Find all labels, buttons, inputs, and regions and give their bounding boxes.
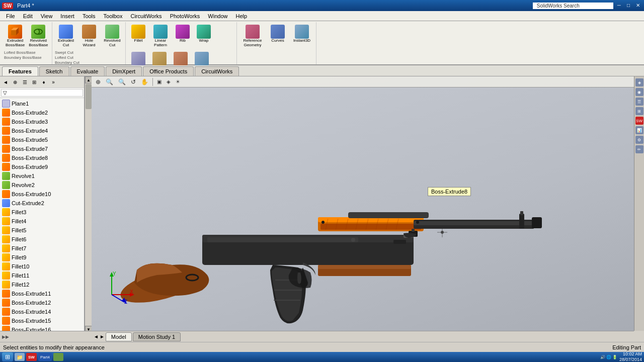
- tree-item-fillet6[interactable]: Fillet6: [0, 235, 84, 244]
- tree-item-fillet11[interactable]: Fillet11: [0, 271, 84, 280]
- tab-dimxpert[interactable]: DimXpert: [106, 66, 142, 76]
- taskbar-solidworks[interactable]: SW: [26, 353, 37, 361]
- tree-item-boss-extrude12[interactable]: Boss-Extrude12: [0, 298, 84, 307]
- boundary-cut-label[interactable]: Boundary Cut: [55, 60, 79, 65]
- gun-barrel: [414, 211, 542, 229]
- tree-item-fillet9[interactable]: Fillet9: [0, 253, 84, 262]
- tree-tool-6[interactable]: »: [49, 77, 58, 86]
- tab-scroll-right[interactable]: ►: [100, 334, 105, 339]
- tab-motion-study[interactable]: Motion Study 1: [133, 332, 181, 341]
- taskbar-explorer[interactable]: 📁: [15, 353, 25, 361]
- tab-sketch[interactable]: Sketch: [39, 66, 69, 76]
- extruded-boss-base-btn[interactable]: ExtrudedBoss/Base: [4, 23, 26, 49]
- lighting-btn[interactable]: ☀: [174, 78, 182, 85]
- tree-item-boss-extrude5[interactable]: Boss-Extrude5: [0, 135, 84, 144]
- rp-btn-4[interactable]: ⊞: [635, 107, 643, 115]
- view-btn[interactable]: ▣: [155, 78, 164, 85]
- tree-item-fillet10[interactable]: Fillet10: [0, 262, 84, 271]
- boundary-boss-base-label[interactable]: Boundary Boss/Base: [4, 55, 42, 60]
- tab-scroll-left[interactable]: ◄: [94, 334, 99, 339]
- tab-model[interactable]: Model: [106, 332, 132, 341]
- menu-view[interactable]: View: [37, 12, 57, 20]
- menu-help[interactable]: Help: [231, 12, 251, 20]
- tree-tool-4[interactable]: ⊞: [30, 77, 39, 86]
- menu-circuitworks[interactable]: CircuitWorks: [126, 12, 166, 20]
- tree-item-fillet4[interactable]: Fillet4: [0, 217, 84, 226]
- linear-pattern-btn[interactable]: LinearPattern: [149, 23, 172, 49]
- fillet-btn[interactable]: Fillet: [128, 23, 148, 45]
- scroll-up-btn[interactable]: ▲: [85, 76, 92, 83]
- scroll-thumb[interactable]: [86, 84, 92, 109]
- rib-btn[interactable]: Rib: [173, 23, 193, 45]
- coordinate-axes: Y X Z: [102, 269, 137, 306]
- tree-item-boss-extrude9[interactable]: Boss-Extrude9: [0, 162, 84, 171]
- tree-item-fillet5[interactable]: Fillet5: [0, 226, 84, 235]
- close-btn[interactable]: ✕: [634, 3, 642, 9]
- tree-item-fillet3[interactable]: Fillet3: [0, 208, 84, 217]
- start-button[interactable]: ⊞: [2, 352, 13, 361]
- menu-file[interactable]: File: [2, 12, 19, 20]
- menu-photoworks[interactable]: PhotoWorks: [166, 12, 204, 20]
- tree-tool-5[interactable]: ♦: [39, 77, 48, 86]
- reference-geometry-btn[interactable]: ReferenceGeometry: [239, 23, 266, 49]
- tab-office-products[interactable]: Office Products: [143, 66, 194, 76]
- tab-circuitworks[interactable]: CircuitWorks: [195, 66, 239, 76]
- taskbar-other[interactable]: [53, 353, 63, 361]
- rp-btn-5[interactable]: SW: [635, 117, 643, 125]
- display-mode-btn[interactable]: ◈: [165, 78, 173, 85]
- tree-item-boss-extrude2[interactable]: Boss-Extrude2: [0, 108, 84, 117]
- menu-insert[interactable]: Insert: [56, 12, 78, 20]
- wrap-btn[interactable]: Wrap: [194, 23, 214, 45]
- hole-wizard-btn[interactable]: HoleWizard: [78, 23, 100, 49]
- zoom-in-btn[interactable]: 🔍: [104, 78, 115, 86]
- zoom-fit-btn[interactable]: ⊕: [94, 78, 103, 86]
- tree-tool-3[interactable]: ☰: [20, 77, 29, 86]
- tree-item-plane1[interactable]: Plane1: [0, 99, 84, 108]
- lofted-boss-base-label[interactable]: Lofted Boss/Base: [4, 50, 42, 55]
- tree-tool-1[interactable]: ◄: [1, 77, 10, 86]
- tree-item-fillet12[interactable]: Fillet12: [0, 280, 84, 289]
- tree-scrollbar[interactable]: ▲ ▼: [85, 76, 92, 333]
- pan-btn[interactable]: ✋: [139, 78, 150, 86]
- lofted-cut-label[interactable]: Lofted Cut: [55, 55, 79, 60]
- menu-tools[interactable]: Tools: [78, 12, 100, 20]
- tree-item-boss-extrude11[interactable]: Boss-Extrude11: [0, 289, 84, 298]
- tree-item-boss-extrude7[interactable]: Boss-Extrude7: [0, 144, 84, 153]
- instant3d-btn[interactable]: Instant3D: [290, 23, 314, 45]
- tab-evaluate[interactable]: Evaluate: [70, 66, 105, 76]
- tree-item-boss-extrude15[interactable]: Boss-Extrude15: [0, 316, 84, 325]
- revolved-boss-base-btn[interactable]: RevolvedBoss/Base: [27, 23, 49, 49]
- rp-btn-2[interactable]: ◉: [635, 88, 643, 96]
- search-box[interactable]: SolidWorks Search: [533, 3, 613, 9]
- tab-features[interactable]: Features: [2, 66, 38, 76]
- tree-item-revolve2[interactable]: Revolve2: [0, 180, 84, 190]
- tree-item-boss-extrude10[interactable]: Boss-Extrude10: [0, 190, 84, 199]
- 3d-viewport[interactable]: ⊕ 🔍 🔍 ↺ ✋ ▣ ◈ ☀: [92, 76, 634, 331]
- rp-btn-8[interactable]: ✏: [635, 145, 643, 153]
- tree-item-boss-extrude4[interactable]: Boss-Extrude4: [0, 126, 84, 135]
- curves-btn[interactable]: Curves: [267, 23, 289, 45]
- menu-toolbox[interactable]: Toolbox: [100, 12, 127, 20]
- zoom-out-btn[interactable]: 🔍: [116, 78, 128, 86]
- tree-item-boss-extrude8[interactable]: Boss-Extrude8: [0, 153, 84, 162]
- tree-item-cut-extrude2[interactable]: Cut-Extrude2: [0, 199, 84, 208]
- extruded-cut-btn[interactable]: ExtrudedCut: [55, 23, 77, 49]
- rp-btn-1[interactable]: ◈: [635, 78, 643, 86]
- tree-item-fillet7[interactable]: Fillet7: [0, 244, 84, 253]
- minimize-btn[interactable]: ─: [615, 3, 623, 9]
- revolved-cut-btn[interactable]: RevolvedCut: [101, 23, 123, 49]
- maximize-btn[interactable]: □: [625, 3, 632, 9]
- tray-icon-1: 🔊: [600, 355, 605, 359]
- menu-edit[interactable]: Edit: [19, 12, 37, 20]
- tree-item-boss-extrude3[interactable]: Boss-Extrude3: [0, 117, 84, 126]
- rp-btn-6[interactable]: 📊: [635, 126, 643, 134]
- menu-window[interactable]: Window: [204, 12, 231, 20]
- rotate-btn[interactable]: ↺: [129, 78, 138, 86]
- tree-item-boss-extrude14[interactable]: Boss-Extrude14: [0, 307, 84, 316]
- taskbar-sw-part[interactable]: Part4: [38, 353, 52, 361]
- tree-item-revolve1[interactable]: Revolve1: [0, 171, 84, 180]
- rp-btn-7[interactable]: ⚙: [635, 136, 643, 144]
- rp-btn-3[interactable]: ☰: [635, 98, 643, 106]
- tree-tool-2[interactable]: ⊕: [11, 77, 20, 86]
- swept-cut-label[interactable]: Swept Cut: [55, 50, 79, 55]
